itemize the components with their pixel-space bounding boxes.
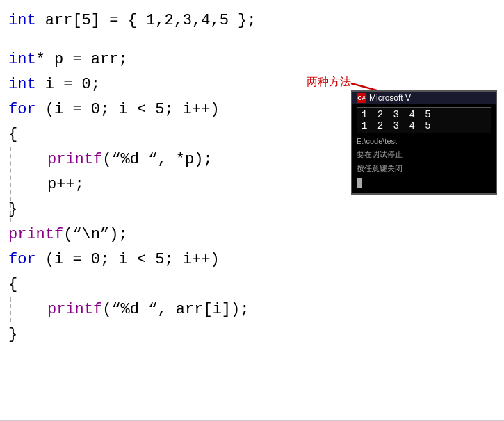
code-line-9: } bbox=[6, 197, 504, 222]
popup-window: C# Microsoft V 1 2 3 4 5 1 2 3 4 5 E:\co… bbox=[351, 90, 497, 195]
code-line-11: for (i = 0; i < 5; i++) bbox=[6, 247, 504, 272]
code-line-3: int * p = arr; bbox=[6, 47, 504, 72]
popup-hint1: 要在调试停止 bbox=[357, 148, 491, 161]
popup-title: Microsoft V bbox=[369, 93, 411, 103]
code-line-10: printf (“\n”); bbox=[6, 222, 504, 247]
popup-cursor-area bbox=[357, 178, 491, 190]
popup-titlebar: C# Microsoft V bbox=[352, 92, 496, 104]
cursor bbox=[357, 178, 362, 188]
keyword-int: int bbox=[8, 8, 36, 33]
popup-hint2: 按任意键关闭 bbox=[357, 162, 491, 175]
code-line-12: { bbox=[6, 272, 504, 297]
annotation-label: 两种方法 bbox=[307, 75, 351, 90]
popup-content: 1 2 3 4 5 1 2 3 4 5 E:\code\test 要在调试停止 … bbox=[352, 104, 496, 193]
code-line-1: int arr[5] = { 1,2,3,4,5 }; bbox=[6, 8, 504, 33]
code-line-14: } bbox=[6, 322, 504, 347]
output-row-2: 1 2 3 4 5 bbox=[361, 120, 487, 131]
code-line-13: printf (“%d “, arr[i]); bbox=[6, 297, 504, 322]
code-line-empty bbox=[6, 33, 504, 47]
dashed-indicator bbox=[10, 147, 11, 222]
output-box: 1 2 3 4 5 1 2 3 4 5 bbox=[357, 107, 491, 133]
dashed-indicator-2 bbox=[10, 297, 11, 322]
popup-path: E:\code\test bbox=[357, 135, 491, 148]
popup-icon: C# bbox=[357, 93, 366, 103]
output-row-1: 1 2 3 4 5 bbox=[361, 109, 487, 120]
